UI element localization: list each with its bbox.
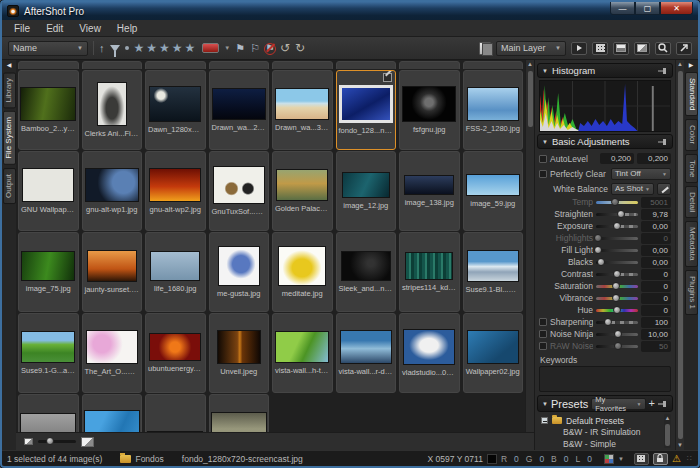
chevron-down-icon[interactable]: ▼: [618, 456, 624, 462]
thumbnail-cell[interactable]: [272, 61, 333, 69]
color-label-swatch[interactable]: [202, 43, 219, 53]
thumbnail-cell-suse9-1-bl-papers-jpg[interactable]: Suse9.1-Bl...papers.jpg: [463, 232, 524, 312]
collapse-icon[interactable]: ▼: [542, 68, 548, 74]
thumbnail-cell[interactable]: [145, 394, 206, 432]
thumbnail-cell[interactable]: [209, 61, 270, 69]
slider-value-blacks[interactable]: 0,00: [641, 257, 671, 268]
panel-scrollbar-thumb[interactable]: [678, 71, 683, 439]
white-balance-eyedropper[interactable]: [657, 183, 671, 195]
title-bar[interactable]: AfterShot Pro — ▢ ✕: [2, 2, 698, 20]
sort-by-dropdown[interactable]: Name ▼: [8, 41, 88, 56]
thumbnail-cell[interactable]: [82, 394, 143, 432]
rotate-left-icon[interactable]: ↺: [280, 42, 290, 54]
checkbox-sharpening[interactable]: [539, 318, 547, 326]
slider-value-raw-noise[interactable]: 50: [641, 341, 671, 352]
copy-settings-icon[interactable]: [479, 42, 491, 55]
presets-dropdown[interactable]: My Favorites ▼: [591, 398, 645, 410]
thumbnail-cell[interactable]: [336, 61, 397, 69]
tab-detail[interactable]: Detail: [685, 186, 698, 218]
slider-knob[interactable]: [613, 270, 621, 278]
thumbnail-cell[interactable]: [463, 61, 524, 69]
tab-library[interactable]: Library: [3, 72, 16, 108]
slider-track-exposure[interactable]: [596, 225, 638, 228]
image-view-icon[interactable]: [634, 42, 650, 55]
slider-track-raw-noise[interactable]: [596, 345, 638, 348]
slider-knob[interactable]: [594, 234, 602, 242]
star-rating-filter[interactable]: ★★★★★: [134, 42, 198, 54]
thumbnail-cell-life-1680-jpg[interactable]: life_1680.jpg: [145, 232, 206, 312]
layer-dropdown[interactable]: Main Layer ▼: [496, 41, 566, 56]
minimize-button[interactable]: —: [610, 2, 635, 15]
slider-value-fill-light[interactable]: 0,00: [641, 245, 671, 256]
slider-track-saturation[interactable]: [596, 285, 638, 288]
thumbnail-cell-fss-2-1280-jpg[interactable]: FSS-2_1280.jpg: [463, 70, 524, 150]
slider-knob[interactable]: [594, 246, 602, 254]
tab-file-system[interactable]: File System: [3, 111, 16, 165]
slider-knob[interactable]: [613, 222, 621, 230]
thumbnail-cell-jaunty-sunset-jpg[interactable]: jaunty-sunset.jpg: [82, 232, 143, 312]
slider-value-vibrance[interactable]: 0: [641, 293, 671, 304]
thumbnail-cell-image-138-jpg[interactable]: image_138.jpg: [399, 151, 460, 231]
slider-knob[interactable]: [612, 282, 620, 290]
slider-track-highlights[interactable]: [596, 237, 638, 240]
tab-color[interactable]: Color: [685, 119, 698, 150]
thumbnail-cell-the-art-o-efear-jpg[interactable]: The_Art_O...eFear.jpg: [82, 313, 143, 393]
thumbnail-cell-drawn-wa-299-jpg[interactable]: Drawn_wa...299_.jpg: [209, 70, 270, 150]
autolevel-value-2[interactable]: 0,200: [637, 153, 671, 164]
slider-knob[interactable]: [611, 198, 619, 206]
warning-icon[interactable]: ⚠: [672, 454, 681, 464]
collapse-right-icon[interactable]: ▶: [689, 61, 694, 69]
menu-help[interactable]: Help: [109, 22, 146, 35]
dual-monitor-icon[interactable]: [634, 453, 649, 465]
slider-track-temp[interactable]: [596, 201, 638, 204]
basic-adjustments-header[interactable]: ▼ Basic Adjustments: [537, 134, 673, 149]
flag-pick-icon[interactable]: ⚐: [250, 43, 260, 54]
slider-knob[interactable]: [612, 294, 620, 302]
thumbnail-cell-vladstudio-0x1024-jpg[interactable]: vladstudio...0x1024.jpg: [399, 313, 460, 393]
flag-reject-icon[interactable]: ⚑: [265, 43, 275, 54]
scroll-down-icon[interactable]: ▼: [677, 441, 683, 450]
pin-icon[interactable]: [658, 67, 668, 75]
thumbnail-cell-unveil-jpeg[interactable]: Unveil.jpeg: [209, 313, 270, 393]
slider-value-highlights[interactable]: 0: [641, 233, 671, 244]
add-preset-button[interactable]: +: [649, 398, 655, 409]
checkbox-raw-noise[interactable]: [539, 342, 547, 350]
thumbnail-cell-fondo-128-ncast-jpg[interactable]: fondo_128...ncast.jpg: [336, 70, 397, 150]
scroll-up-icon[interactable]: ▲: [677, 60, 683, 69]
checkbox-noise-ninja[interactable]: [539, 330, 547, 338]
slider-knob[interactable]: [597, 258, 605, 266]
preset-folder-row[interactable]: Default Presets: [541, 414, 663, 427]
sort-ascending-icon[interactable]: ↑: [99, 43, 105, 54]
slider-value-exposure[interactable]: 0,00: [641, 221, 671, 232]
slider-knob[interactable]: [617, 210, 625, 218]
tab-metadata[interactable]: Metadata: [685, 221, 698, 266]
thumbnail-view-icon[interactable]: [592, 42, 608, 55]
thumbnail-cell-gnu-alt-wp2-jpg[interactable]: gnu-alt-wp2.jpg: [145, 151, 206, 231]
pin-icon[interactable]: [658, 138, 668, 146]
fullscreen-icon[interactable]: [676, 42, 692, 55]
tab-output[interactable]: Output: [3, 168, 16, 204]
thumbnail-size-knob[interactable]: [46, 437, 54, 445]
slider-track-fill-light[interactable]: [596, 249, 638, 252]
thumbnail-size-slider[interactable]: [38, 440, 76, 443]
autolevel-checkbox[interactable]: [539, 155, 547, 163]
magnifier-icon[interactable]: [655, 42, 671, 55]
slider-knob[interactable]: [604, 318, 612, 326]
resize-grip[interactable]: ∷: [687, 454, 693, 463]
slider-value-contrast[interactable]: 0: [641, 269, 671, 280]
menu-view[interactable]: View: [71, 22, 109, 35]
maximize-button[interactable]: ▢: [635, 2, 660, 15]
tab-tone[interactable]: Tone: [685, 154, 698, 183]
white-balance-dropdown[interactable]: As Shot ▼: [611, 183, 654, 195]
tab-plugins-1[interactable]: Plugins 1: [685, 270, 698, 315]
slider-value-noise-ninja[interactable]: 10,00: [641, 329, 671, 340]
thumbnail-cell-dawn-1280x960-jpg[interactable]: Dawn_1280x960.jpg: [145, 70, 206, 150]
histogram-header[interactable]: ▼ Histogram: [537, 63, 673, 78]
thumbnail-cell-image-12-jpg[interactable]: image_12.jpg: [336, 151, 397, 231]
rotate-right-icon[interactable]: ↻: [295, 42, 305, 54]
slider-value-temp[interactable]: 5001: [641, 197, 671, 208]
thumbnail-cell-golden-palace-jpg[interactable]: Golden Palace.jpg: [272, 151, 333, 231]
lock-icon[interactable]: [653, 453, 668, 465]
thumbnail-cell-stripes114-kde-jpg[interactable]: stripes114_kde.jpg: [399, 232, 460, 312]
thumbnail-cell[interactable]: [399, 61, 460, 69]
